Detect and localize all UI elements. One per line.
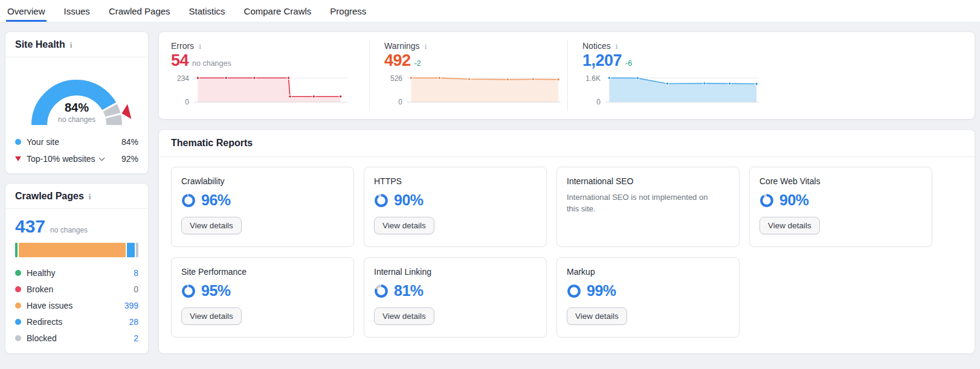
blocked-count-link[interactable]: 2 <box>134 333 138 343</box>
legend-row-your-site: Your site 84% <box>15 133 138 150</box>
errors-head: Errors i <box>171 41 369 51</box>
errors-value: 54 <box>171 51 189 70</box>
warnings-ymin-label: 0 <box>398 98 402 106</box>
internal-linking-title: Internal Linking <box>374 267 537 277</box>
benchmark-label[interactable]: Top-10% websites <box>27 154 95 164</box>
report-card-markup: Markup 99% View details <box>556 257 740 338</box>
site-health-gauge: 84% no changes <box>16 67 137 129</box>
site-performance-pct: 95% <box>201 282 231 300</box>
info-icon[interactable]: i <box>69 41 73 49</box>
notices-sparkline <box>605 74 759 106</box>
healthy-label: Healthy <box>27 268 55 278</box>
have-issues-dot-icon <box>15 303 21 309</box>
tab-statistics[interactable]: Statistics <box>188 0 227 22</box>
your-site-label: Your site <box>27 137 59 147</box>
crawled-pages-total[interactable]: 437 <box>15 216 45 237</box>
notices-y-axis: 1.6K 0 <box>582 74 605 106</box>
warnings-chart-row: 526 0 <box>384 74 567 106</box>
tab-crawled-pages[interactable]: Crawled Pages <box>108 0 172 22</box>
legend-row-benchmark: Top-10% websites 92% <box>15 150 138 167</box>
warnings-sparkline <box>407 74 561 106</box>
tab-issues[interactable]: Issues <box>63 0 91 22</box>
healthy-dot-icon <box>15 270 21 276</box>
view-details-button[interactable]: View details <box>374 217 434 234</box>
redirects-count-link[interactable]: 28 <box>129 317 138 327</box>
report-card-internal-linking: Internal Linking 81% View details <box>364 257 547 338</box>
healthy-count-link[interactable]: 8 <box>134 268 138 278</box>
view-details-button[interactable]: View details <box>759 217 820 234</box>
https-pct: 90% <box>394 191 424 209</box>
site-health-score: 84% <box>16 101 137 115</box>
metric-notices: Notices i 1,207 -6 1.6K 0 <box>567 40 766 111</box>
site-health-title: Site Health <box>15 39 65 50</box>
view-details-button[interactable]: View details <box>181 217 242 234</box>
thematic-reports-card: Thematic Reports Crawlability 96% View d… <box>158 129 975 354</box>
donut-icon <box>759 193 774 208</box>
chevron-down-icon[interactable] <box>98 155 105 161</box>
info-icon[interactable]: i <box>198 42 202 50</box>
tab-progress[interactable]: Progress <box>329 0 367 22</box>
warnings-ymax-label: 526 <box>390 74 402 83</box>
main-content: Errors i 54 no changes 234 0 Warni <box>158 31 975 354</box>
warnings-label[interactable]: Warnings <box>384 41 420 51</box>
blocked-label: Blocked <box>27 333 57 343</box>
view-details-button[interactable]: View details <box>374 307 434 325</box>
site-health-delta: no changes <box>16 115 137 124</box>
site-health-legend: Your site 84% Top-10% websites 92% <box>5 132 148 173</box>
info-icon[interactable]: i <box>424 42 428 50</box>
redirects-label: Redirects <box>27 317 62 327</box>
errors-label[interactable]: Errors <box>171 41 194 51</box>
view-details-button[interactable]: View details <box>567 307 627 325</box>
report-card-core-web-vitals: Core Web Vitals 90% View details <box>749 167 932 247</box>
thematic-reports-title: Thematic Reports <box>171 138 253 149</box>
errors-sparkline <box>194 74 347 106</box>
have-issues-label: Have issues <box>27 301 73 310</box>
errors-ymax-label: 234 <box>177 74 189 83</box>
benchmark-value: 92% <box>121 154 138 164</box>
errors-delta: no changes <box>192 59 231 68</box>
thematic-reports-header: Thematic Reports <box>159 130 975 157</box>
info-icon[interactable]: i <box>615 42 619 50</box>
core-web-vitals-pct: 90% <box>779 191 809 209</box>
blocked-dot-icon <box>15 335 21 341</box>
broken-dot-icon <box>15 286 21 292</box>
crawled-pages-total-row: 437 no changes <box>15 216 138 237</box>
internal-linking-pct: 81% <box>394 282 424 300</box>
crawlability-score: 96% <box>181 191 344 209</box>
notices-label[interactable]: Notices <box>582 41 611 51</box>
metric-errors: Errors i 54 no changes 234 0 <box>171 40 369 111</box>
bar-segment-blocked <box>136 243 138 257</box>
notices-value: 1,207 <box>582 51 622 70</box>
thematic-reports-grid: Crawlability 96% View details HTTPS 90% … <box>159 157 975 350</box>
internal-linking-score: 81% <box>374 282 537 300</box>
donut-icon <box>374 284 388 298</box>
errors-y-axis: 234 0 <box>171 74 194 106</box>
warnings-value-row: 492 -2 <box>384 51 567 70</box>
broken-label: Broken <box>27 284 53 294</box>
report-card-site-performance: Site Performance 95% View details <box>171 257 354 338</box>
crawled-pages-card: Crawled Pages i 437 no changes Healthy 8… <box>5 183 149 354</box>
notices-head: Notices i <box>582 41 766 51</box>
crawled-pages-delta: no changes <box>50 226 88 234</box>
crawled-pages-stacked-bar <box>15 243 138 257</box>
bar-segment-healthy <box>15 243 18 257</box>
tab-compare-crawls[interactable]: Compare Crawls <box>243 0 313 22</box>
crawled-pages-body: 437 no changes Healthy 8 Broken 0 Have i… <box>5 209 148 353</box>
issues-metrics-card: Errors i 54 no changes 234 0 Warni <box>158 31 975 120</box>
warnings-delta: -2 <box>414 59 421 68</box>
markup-title: Markup <box>567 267 729 277</box>
view-details-button[interactable]: View details <box>181 307 242 325</box>
tab-overview[interactable]: Overview <box>6 0 47 22</box>
site-performance-title: Site Performance <box>181 267 344 277</box>
bar-segment-redirects <box>127 243 134 257</box>
info-icon[interactable]: i <box>88 193 92 201</box>
https-title: HTTPS <box>374 176 537 186</box>
notices-value-row: 1,207 -6 <box>582 51 766 70</box>
redirects-dot-icon <box>15 319 21 325</box>
site-health-header: Site Health i <box>5 32 148 57</box>
notices-delta: -6 <box>625 59 632 68</box>
donut-icon <box>181 284 196 298</box>
https-score: 90% <box>374 191 537 209</box>
have-issues-count-link[interactable]: 399 <box>124 301 138 310</box>
site-health-card: Site Health i 84% no changes Your site 8… <box>5 31 149 174</box>
